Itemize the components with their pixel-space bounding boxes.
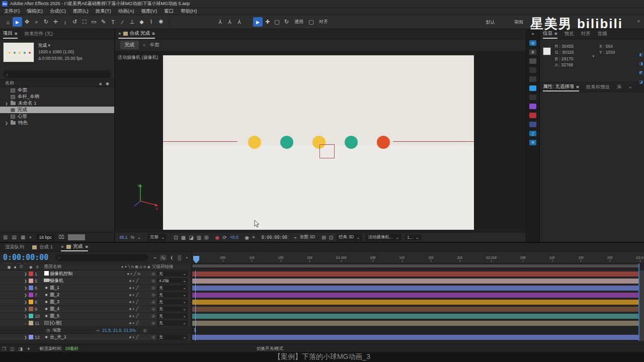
- layer-label-swatch[interactable]: [29, 286, 33, 290]
- scale-property-row[interactable]: ◷缩放∞21.5, 21.5, 21.5%◎: [0, 327, 190, 334]
- axis-local-icon[interactable]: ⅄: [215, 17, 225, 27]
- rail-counter[interactable]: 8: [529, 49, 536, 55]
- project-item-2[interactable]: ❯未命名 1: [0, 100, 114, 107]
- zoom-level[interactable]: 48.1: [119, 235, 128, 240]
- layer-label-swatch[interactable]: [29, 279, 33, 283]
- gizmo-position-icon[interactable]: ✚: [263, 17, 272, 27]
- parent-select[interactable]: 无⌄: [157, 334, 188, 340]
- stopwatch-icon[interactable]: ◷: [46, 328, 50, 333]
- channel-wheel-icon[interactable]: ◉: [215, 235, 220, 240]
- eraser-tool-icon[interactable]: ◆: [137, 17, 146, 27]
- rail-dot3[interactable]: [529, 95, 536, 100]
- parent-pickwhip-icon[interactable]: ◎: [150, 307, 157, 311]
- graph-editor-icon[interactable]: ◫: [10, 346, 15, 351]
- layer-label-swatch[interactable]: [29, 307, 33, 311]
- tab-libraries[interactable]: 库: [617, 82, 622, 92]
- workspace-default[interactable]: 默认: [486, 19, 495, 26]
- panel-menu-icon[interactable]: ≡: [15, 31, 18, 36]
- parent-pickwhip-icon[interactable]: ◎: [150, 335, 157, 339]
- track-bar-8[interactable]: [192, 300, 639, 305]
- track-row-12[interactable]: [192, 334, 644, 341]
- expression-icon[interactable]: ◎: [143, 328, 146, 333]
- parent-select[interactable]: 4.Z轴⌄: [157, 278, 188, 284]
- track-bar-5[interactable]: [192, 279, 639, 284]
- viewport[interactable]: 活动摄像机 (摄像机) Y X: [115, 51, 526, 232]
- snap-label[interactable]: 对齐: [319, 19, 328, 25]
- close-icon[interactable]: ×: [118, 31, 121, 36]
- parent-pickwhip-icon[interactable]: ◎: [150, 293, 157, 297]
- layer-switches[interactable]: ♠ ◐ ╱: [118, 300, 150, 304]
- panel-overflow-icon[interactable]: »: [629, 82, 631, 92]
- roto-brush-tool-icon[interactable]: ⌇: [146, 17, 156, 27]
- menu-item-1[interactable]: 编辑(E): [27, 8, 43, 15]
- track-row-6[interactable]: [192, 285, 644, 292]
- comp-thumbnail[interactable]: [3, 42, 34, 62]
- layer-expand-icon[interactable]: ❯: [24, 307, 27, 311]
- view-layout-icon[interactable]: ⊞: [204, 235, 208, 240]
- home-tool-icon[interactable]: ⌂: [3, 17, 13, 27]
- camera-view-select[interactable]: 活动摄像机...⌄: [365, 234, 401, 241]
- puppet-tool-icon[interactable]: ✱: [156, 17, 166, 27]
- track-row-11[interactable]: [192, 320, 644, 327]
- layer-row-12[interactable]: ❯12★云_大_1♠ ◐ ╱◎无⌄: [0, 334, 190, 341]
- layer-expand-icon[interactable]: ❯: [24, 286, 27, 290]
- parent-pickwhip-icon[interactable]: ◎: [150, 314, 157, 318]
- layer-expand-icon[interactable]: ⌄: [24, 321, 27, 325]
- layer-row-5[interactable]: ❯5摄像机♠ ◐ ╱◎4.Z轴⌄: [0, 278, 190, 285]
- tab-effects-presets[interactable]: 效果和预设: [586, 82, 610, 92]
- layer-label-swatch[interactable]: [29, 293, 33, 297]
- layer-row-8[interactable]: ❯8★圆_3♠ ◐ ╱◎无⌄: [0, 299, 190, 306]
- tab-comp-done[interactable]: × 完成 ≡: [61, 243, 88, 251]
- rail-close[interactable]: ✕: [529, 140, 536, 145]
- axis-view-icon[interactable]: ⅄: [234, 17, 244, 27]
- layer-switches[interactable]: ♠ ◐ ╱: [118, 314, 150, 318]
- layer-name[interactable]: 圆_1: [50, 285, 118, 291]
- track-bar-9[interactable]: [192, 307, 639, 312]
- track-bar-10[interactable]: [192, 314, 639, 319]
- parent-select[interactable]: 无⌄: [157, 285, 188, 291]
- layer-row-6[interactable]: ❯6★圆_1♠ ◐ ╱◎无⌄: [0, 285, 190, 292]
- region-tool-icon[interactable]: ⛶: [79, 17, 89, 27]
- track-bar-6[interactable]: [192, 286, 639, 291]
- breadcrumb-current[interactable]: 完成: [120, 41, 139, 49]
- parent-pickwhip-icon[interactable]: ◎: [150, 279, 157, 283]
- roi-icon[interactable]: ⊡: [174, 235, 178, 240]
- mask-toggle-icon[interactable]: ◪: [189, 235, 193, 240]
- toggle-switches-button[interactable]: 切换开关/模式: [257, 346, 283, 352]
- toolbar-overflow-icon[interactable]: »: [637, 18, 640, 24]
- gizmo-select-icon[interactable]: ►: [253, 17, 263, 27]
- menu-item-0[interactable]: 文件(F): [4, 8, 20, 15]
- panel-menu-icon[interactable]: ≡: [576, 84, 579, 89]
- layer-row-10[interactable]: ❯10★圆_5♠ ◐ ╱◎无⌄: [0, 313, 190, 320]
- layer-name[interactable]: 圆_2: [50, 292, 118, 298]
- tab-effect-controls[interactable]: 效果控件 (无): [25, 29, 53, 39]
- track-bar-7[interactable]: [192, 293, 639, 298]
- layer-row-9[interactable]: ❯9★圆_4♠ ◐ ╱◎无⌄: [0, 306, 190, 313]
- layer-name[interactable]: 圆_5: [50, 313, 118, 319]
- track-bar-12[interactable]: [192, 335, 639, 340]
- layer-label-swatch[interactable]: [29, 300, 33, 304]
- workspace-review[interactable]: 审阅: [514, 19, 523, 26]
- parent-select[interactable]: 无⌄: [157, 313, 188, 319]
- exposure-value[interactable]: +0.0: [230, 235, 238, 240]
- bit-depth-chip[interactable]: 16 bpc: [36, 234, 54, 240]
- pixel-aspect-icon[interactable]: ⊡: [329, 235, 333, 240]
- current-timecode[interactable]: 0:00:00:00: [3, 254, 48, 261]
- parent-pickwhip-icon[interactable]: ◎: [150, 300, 157, 304]
- project-item-5[interactable]: ❯纯色: [0, 120, 114, 126]
- interpret-footage-icon[interactable]: ▥: [3, 234, 8, 240]
- hand-tool-icon[interactable]: ✥: [22, 17, 32, 27]
- layer-switches[interactable]: ♠ ◐ ╱: [118, 307, 150, 311]
- motion-blur-icon[interactable]: ◔: [185, 255, 188, 260]
- layer-switches[interactable]: ♠ ◐ ╱: [118, 335, 150, 339]
- trash-icon[interactable]: ⌧: [58, 234, 64, 240]
- comp-marker-icon[interactable]: ❐: [2, 346, 6, 351]
- composition-canvas[interactable]: [163, 55, 474, 230]
- selection-rectangle[interactable]: [319, 144, 335, 158]
- layer-name[interactable]: [心形]: [50, 320, 118, 326]
- snapshot-icon[interactable]: ◉: [245, 235, 249, 240]
- rail-dot1[interactable]: [529, 67, 536, 73]
- rail-anchor-tool[interactable]: ◎: [529, 40, 536, 46]
- axis-world-icon[interactable]: ⅄: [225, 17, 234, 27]
- renderer-select[interactable]: 经典 3D⌄: [336, 234, 362, 241]
